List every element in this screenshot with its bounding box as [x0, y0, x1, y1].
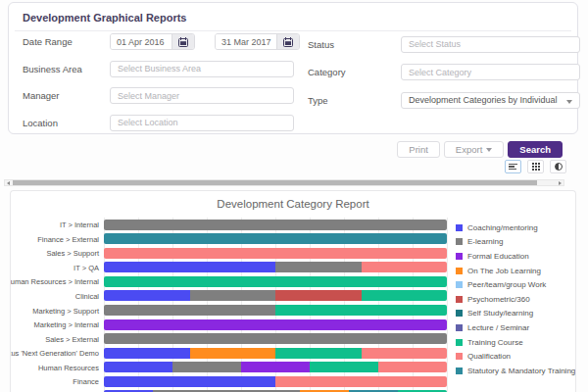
bar-segment[interactable] [362, 290, 448, 301]
category-input[interactable]: Select Category [401, 64, 580, 80]
legend-item[interactable]: Self Study/learning [456, 307, 575, 321]
legend-item[interactable]: Qualification [456, 349, 575, 364]
filter-panel: Development Graphical Reports Date Range… [8, 2, 578, 134]
chart-row: Marketing > Internal [11, 318, 448, 332]
bar-segment[interactable] [190, 290, 276, 301]
status-input[interactable]: Select Status [401, 36, 580, 53]
stacked-bar[interactable] [104, 262, 447, 272]
filter-row-type: Type Development Categories by Individua… [308, 86, 580, 115]
legend-item[interactable]: Peer/team/group Work [456, 277, 575, 292]
stacked-bar[interactable] [104, 333, 447, 344]
bar-view-toggle-button[interactable] [505, 160, 521, 173]
chart-row: Sales > Support [11, 246, 448, 261]
bar-segment[interactable] [104, 290, 190, 301]
bar-segment[interactable] [104, 262, 275, 272]
stacked-bar[interactable] [104, 319, 447, 330]
bar-segment[interactable] [104, 233, 447, 244]
chart-row: Human Resources > Internal [11, 274, 448, 289]
location-input[interactable]: Select Location [110, 115, 294, 131]
manager-label: Manager [23, 90, 110, 101]
horizontal-bars-icon [509, 164, 517, 171]
bar-segment[interactable] [275, 305, 447, 316]
category-axis-label: Marketing > Support [32, 306, 99, 315]
scroll-right-arrow-icon[interactable] [559, 181, 562, 185]
stacked-bar[interactable] [104, 376, 447, 387]
chart-view-toggles [0, 160, 566, 173]
date-to-calendar-button[interactable] [276, 34, 299, 49]
bar-segment[interactable] [104, 348, 190, 359]
legend-swatch [456, 224, 463, 231]
bar-segment[interactable] [275, 376, 447, 387]
legend-label: E-learning [467, 237, 503, 246]
legend-item[interactable]: Psychometric/360 [456, 292, 575, 307]
stacked-bar[interactable] [104, 233, 447, 244]
legend-item[interactable]: On The Job Learning [456, 264, 575, 278]
print-button[interactable]: Print [397, 141, 440, 158]
legend-item[interactable]: E-learning [456, 235, 575, 250]
bar-segment[interactable] [104, 248, 447, 259]
stacked-bar[interactable] [104, 220, 447, 230]
legend-item[interactable]: Training Course [456, 335, 575, 350]
legend-swatch [456, 339, 463, 346]
legend-item[interactable]: Lecture / Seminar [456, 320, 575, 335]
bar-segment[interactable] [378, 362, 447, 372]
bar-segment[interactable] [104, 376, 275, 387]
bar-segment[interactable] [362, 348, 448, 359]
bar-segment[interactable] [190, 348, 276, 359]
horizontal-scrollbar[interactable] [4, 179, 564, 186]
filter-column-right: Status Select Status Category Select Cat… [308, 30, 580, 115]
contrast-toggle-button[interactable] [550, 160, 566, 173]
stacked-bar[interactable] [104, 362, 447, 372]
location-label: Location [23, 118, 110, 128]
bar-segment[interactable] [241, 362, 310, 372]
page-title: Development Graphical Reports [15, 3, 571, 31]
type-select[interactable]: Development Categories by Individual [401, 92, 580, 109]
stacked-bar[interactable] [104, 305, 447, 316]
category-axis-label: Finance [73, 377, 99, 386]
search-button[interactable]: Search [508, 141, 563, 158]
scroll-left-arrow-icon[interactable] [7, 181, 10, 185]
scrollbar-thumb[interactable] [13, 180, 537, 185]
date-from-input[interactable]: 01 Apr 2016 [111, 34, 172, 49]
chart-panel: Development Category Report IT > Interna… [10, 190, 576, 392]
bar-segment[interactable] [104, 305, 275, 316]
bar-segment[interactable] [104, 333, 447, 344]
bar-segment[interactable] [362, 262, 448, 272]
bar-segment[interactable] [310, 362, 378, 372]
stacked-bar[interactable] [104, 290, 447, 301]
bar-segment[interactable] [104, 319, 447, 330]
toolbar: Print Export Search [0, 141, 563, 158]
stacked-bar[interactable] [104, 248, 447, 259]
bar-segment[interactable] [104, 220, 447, 230]
legend-swatch [456, 281, 463, 288]
chart-row: Marketing > Support [11, 303, 448, 318]
contrast-icon [555, 163, 563, 171]
legend-swatch [456, 238, 463, 245]
export-button[interactable]: Export [444, 141, 504, 158]
grid-view-toggle-button[interactable] [527, 160, 544, 173]
legend-swatch [456, 353, 463, 360]
manager-input[interactable]: Select Manager [110, 87, 294, 104]
bar-segment[interactable] [275, 290, 362, 301]
stacked-bar[interactable] [104, 348, 447, 359]
date-range-fields: 01 Apr 2016 31 Mar 2017 [110, 33, 300, 50]
type-select-value: Development Categories by Individual [409, 95, 558, 105]
bar-segment[interactable] [172, 362, 241, 372]
bar-segment[interactable] [104, 362, 172, 372]
legend-item[interactable]: Coaching/mentoring [456, 220, 575, 235]
legend-item[interactable]: Formal Education [456, 249, 575, 264]
bar-segment[interactable] [104, 276, 447, 287]
date-from-calendar-button[interactable] [172, 34, 194, 49]
date-to-input[interactable]: 31 Mar 2017 [216, 34, 276, 49]
type-label: Type [308, 95, 401, 106]
bar-segment[interactable] [275, 262, 362, 272]
stacked-bar[interactable] [104, 276, 447, 287]
category-axis-label: Sales > Support [46, 249, 99, 258]
date-range-label: Date Range [23, 36, 110, 47]
chart-row: Finance > External [11, 232, 448, 247]
business-area-input[interactable]: Select Business Area [110, 61, 294, 77]
bar-segment[interactable] [275, 348, 362, 359]
legend-item[interactable]: Statutory & Mandatory Training [456, 364, 575, 378]
category-axis-label: Finance > External [37, 234, 99, 243]
category-axis-label: IT > Internal [60, 220, 99, 229]
